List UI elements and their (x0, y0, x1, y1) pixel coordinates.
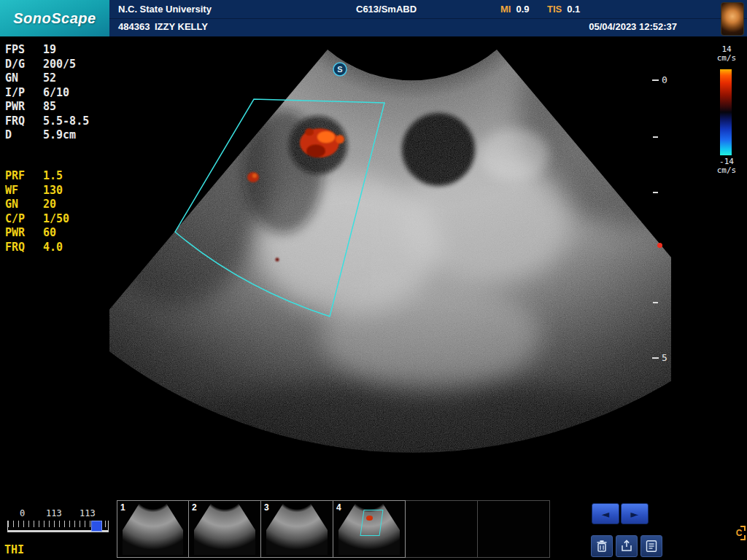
brand-logo-text: SonoScape (13, 10, 96, 27)
exam-datetime: 05/04/2023 12:52:37 (589, 21, 677, 32)
mi-value: 0.9 (516, 4, 529, 15)
thumbnail-image (266, 503, 328, 555)
cine-start-frame: 0 (20, 508, 25, 518)
cursor-mode-letter: C (736, 528, 743, 538)
param-row: D/G200/5 (5, 58, 89, 72)
param-label: FRQ (5, 241, 43, 255)
patient-id: 484363 (118, 21, 150, 32)
param-label: I/P (5, 86, 43, 101)
cine-position-marker[interactable] (91, 521, 102, 532)
param-label: D (5, 128, 43, 143)
color-scale-bar (720, 69, 732, 155)
next-page-button[interactable]: ► (621, 503, 649, 524)
param-label: PRF (5, 169, 43, 184)
thumbnail-number: 3 (264, 502, 269, 513)
depth-tick (653, 302, 658, 303)
param-label: GN (5, 71, 43, 86)
checklist-icon (644, 539, 659, 553)
param-label: D/G (5, 58, 43, 72)
ultrasound-screen: SonoScape N.C. State University C613/SmA… (0, 0, 747, 560)
param-label: WF (5, 184, 43, 198)
thumbnail-3[interactable]: 3 (261, 500, 333, 558)
right-arrow-icon: ► (631, 509, 639, 519)
param-value: 4.0 (43, 241, 63, 255)
cursor-mode-indicator: C (733, 526, 745, 540)
param-row: WF130 (5, 184, 69, 198)
param-row: PWR85 (5, 100, 89, 114)
trash-icon (595, 539, 609, 553)
tis-value: 0.1 (567, 4, 580, 15)
delete-image-button[interactable] (591, 535, 613, 557)
thumbnail-number: 1 (120, 502, 125, 513)
thumbnail-number: 2 (192, 502, 197, 513)
cine-scrubber[interactable] (7, 521, 109, 532)
thumbnail-4[interactable]: 4 (333, 500, 406, 558)
colorbar-unit: cm/s (712, 54, 741, 63)
param-label: FPS (5, 43, 43, 58)
mi-label: MI (500, 4, 511, 15)
left-arrow-icon: ◄ (602, 509, 610, 519)
cine-total-frames: 113 (80, 508, 96, 518)
colorbar-max-label: 14 cm/s (712, 45, 741, 63)
colorbar-min-label: -14 cm/s (712, 158, 741, 175)
param-value: 5.9cm (43, 128, 76, 143)
depth-label: 0 (662, 74, 667, 85)
brand-logo: SonoScape (0, 0, 109, 36)
tis-readout: TIS0.1 (547, 4, 580, 15)
param-value: 20 (43, 198, 56, 212)
topbar-row-patient: 484363 IZZY KELLY 05/04/2023 12:52:37 (109, 19, 747, 36)
focus-marker[interactable] (657, 243, 662, 248)
thumbnail-roi-box (360, 510, 384, 536)
param-row: FRQ4.0 (5, 241, 69, 255)
param-row: GN20 (5, 198, 69, 212)
param-row: C/P1/50 (5, 212, 69, 227)
param-row: D5.9cm (5, 128, 89, 143)
ultrasound-image: S (109, 36, 671, 474)
param-row: FRQ5.5-8.5 (5, 114, 89, 129)
colorbar-unit: cm/s (712, 166, 741, 175)
bmode-params: FPS19 D/G200/5 GN52 I/P6/10 PWR85 FRQ5.5… (5, 43, 89, 143)
param-value: 52 (43, 71, 56, 86)
param-row: PWR60 (5, 226, 69, 241)
thi-indicator: THI (4, 543, 24, 556)
thumbnail-2[interactable]: 2 (189, 500, 261, 558)
param-value: 19 (43, 43, 56, 58)
probe-icon[interactable] (721, 2, 744, 36)
param-row: PRF1.5 (5, 169, 69, 184)
param-label: C/P (5, 212, 43, 227)
depth-tick (653, 136, 658, 138)
patient-name: IZZY KELLY (155, 21, 208, 32)
thumbnail-slot-empty (406, 500, 478, 558)
thumbnail-1[interactable]: 1 (117, 500, 189, 558)
export-image-button[interactable] (616, 535, 638, 557)
thumbnail-number: 4 (336, 502, 341, 513)
param-label: GN (5, 198, 43, 212)
param-value: 60 (43, 226, 56, 241)
orientation-marker-letter: S (337, 65, 342, 74)
depth-tick (652, 79, 659, 81)
thumbnail-strip: 1 2 3 4 (117, 500, 550, 558)
cine-current-frame: 113 (46, 508, 62, 518)
review-list-button[interactable] (640, 535, 662, 557)
color-doppler-params: PRF1.5 WF130 GN20 C/P1/50 PWR60 FRQ4.0 (5, 169, 69, 254)
param-value: 85 (43, 100, 56, 114)
tissue-texture (109, 36, 671, 474)
param-label: PWR (5, 100, 43, 114)
param-row: I/P6/10 (5, 86, 89, 101)
depth-ruler: 0 5 (649, 36, 681, 474)
institution-name: N.C. State University (118, 4, 212, 15)
param-value: 200/5 (43, 58, 76, 72)
param-label: PWR (5, 226, 43, 241)
thumbnail-image (123, 503, 183, 555)
param-value: 1.5 (43, 169, 63, 184)
param-value: 130 (43, 184, 63, 198)
param-row: FPS19 (5, 43, 89, 58)
param-value: 5.5-8.5 (43, 114, 89, 129)
thumbnail-image (194, 503, 255, 555)
param-value: 6/10 (43, 86, 69, 101)
prev-page-button[interactable]: ◄ (592, 503, 619, 524)
top-bar: SonoScape N.C. State University C613/SmA… (0, 0, 747, 36)
export-icon (619, 539, 634, 553)
tis-label: TIS (547, 4, 562, 15)
param-value: 1/50 (43, 212, 69, 227)
